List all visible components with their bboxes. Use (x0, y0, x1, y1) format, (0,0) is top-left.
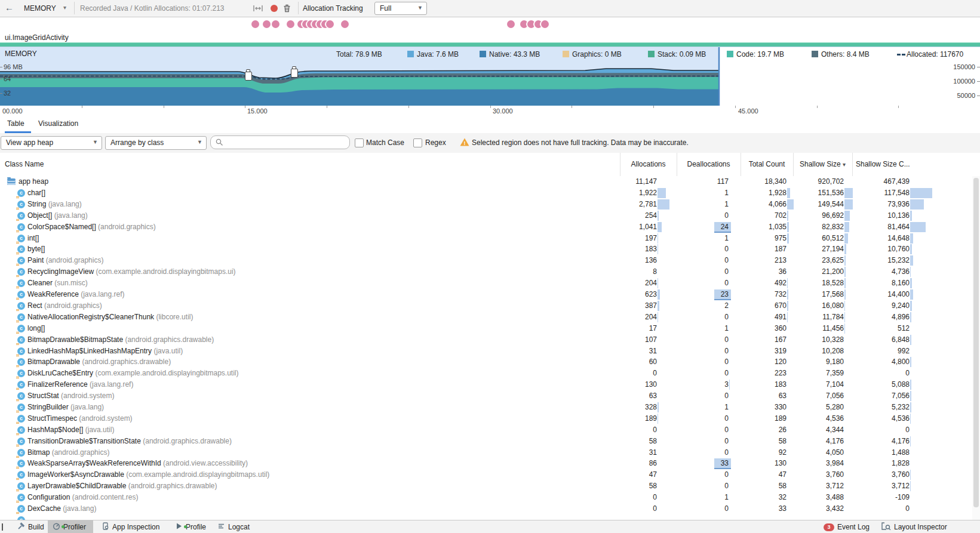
table-row[interactable]: cHashMap$Node[] (java.util)00264,3440 (0, 424, 972, 436)
cell-alloc: 47 (597, 469, 657, 480)
time-axis-tick (653, 106, 654, 108)
class-icon-marks (16, 230, 19, 231)
tool-window-label: Profiler (63, 523, 86, 531)
scrollbar-thumb[interactable] (973, 178, 979, 507)
search-input[interactable] (210, 135, 350, 149)
back-arrow-icon[interactable]: ← (5, 2, 14, 13)
cell-shallow: 920,702 (784, 176, 844, 187)
table-row[interactable]: cNativeAllocationRegistry$CleanerThunk (… (0, 312, 972, 323)
column-total-count[interactable]: Total Count (741, 160, 793, 168)
column-deallocations[interactable]: Deallocations (677, 160, 741, 168)
column-shallow-size[interactable]: Shallow Size ▾ (793, 160, 852, 168)
table-row[interactable]: cTransitionDrawable$TransitionState (and… (0, 436, 972, 447)
table-row[interactable]: cchar[]1,92211,928151,536117,548 (0, 187, 972, 199)
table-row[interactable]: cStructStat (android.system)630637,0567,… (0, 390, 972, 402)
tool-window-button-app-inspection[interactable]: App Inspection (102, 520, 159, 533)
table-row[interactable]: cRecyclingImageView (com.example.android… (0, 266, 972, 278)
table-row[interactable]: cLinkedHashMap$LinkedHashMapEntry (java.… (0, 346, 972, 357)
y-axis-right-label: 50000 (929, 92, 975, 99)
table-row[interactable]: cLayerDrawable$ChildDrawable (android.gr… (0, 480, 972, 492)
table-row[interactable]: cStructTimespec (android.system)18901894… (0, 413, 972, 424)
tool-stripe-tick (2, 523, 3, 531)
class-icon-marks (16, 422, 19, 423)
value-bar (910, 199, 924, 209)
table-row[interactable]: cConfiguration (android.content.res)0132… (0, 492, 972, 503)
regex-checkbox[interactable] (413, 138, 422, 147)
status-button-layout-inspector[interactable]: Layout Inspector (881, 520, 947, 533)
legend-dash-swatch (897, 54, 905, 56)
value-bar (910, 278, 912, 288)
heap-select[interactable]: View app heap ▼ (1, 136, 102, 150)
tool-window-button-profile[interactable]: Profile (175, 520, 206, 533)
search-icon (216, 138, 223, 146)
table-row[interactable]: cCleaner (sun.misc)204049218,5288,160 (0, 278, 972, 289)
table-row[interactable]: cBitmapDrawable$BitmapState (android.gra… (0, 334, 972, 346)
table-row[interactable]: cWeakReference (java.lang.ref)6232373217… (0, 289, 972, 300)
chart-title: MEMORY (5, 50, 37, 58)
table-row[interactable]: clong[]17136011,456512 (0, 323, 972, 334)
table-row[interactable]: cObject[] (java.lang)254070296,69210,136 (0, 210, 972, 221)
table-row[interactable]: cColorSpace$Named[] (android.graphics)1,… (0, 221, 972, 233)
table-row[interactable]: cString (java.lang)2,78114,066149,54473,… (0, 199, 972, 210)
class-name: BitmapDrawable (android.graphics.drawabl… (27, 356, 171, 368)
tool-window-button-logcat[interactable]: Logcat (217, 520, 250, 533)
match-case-label[interactable]: Match Case (366, 138, 404, 147)
value-bar (910, 335, 911, 345)
class-icon: c (17, 347, 25, 355)
allocation-tracking-select[interactable]: Full ▼ (374, 2, 427, 15)
table-row[interactable]: cRect (android.graphics)387267016,0809,2… (0, 300, 972, 312)
class-icon-marks (16, 321, 19, 321)
status-button-event-log[interactable]: 3Event Log (824, 520, 870, 533)
cell-shallow: 60,512 (784, 233, 844, 244)
profiler-type-select[interactable]: MEMORY (24, 4, 56, 13)
table-row[interactable]: cBitmap (android.graphics)310924,0501,48… (0, 447, 972, 458)
cell-total: 63 (727, 390, 787, 402)
cell-shallowc: 512 (850, 323, 910, 334)
arrange-select[interactable]: Arrange by class ▼ (105, 136, 207, 150)
class-name: DiskLruCache$Entry (com.example.android.… (27, 368, 239, 379)
table-row[interactable]: cImageWorker$AsyncDrawable (com.example.… (0, 469, 972, 480)
cell-total: 189 (727, 413, 787, 424)
legend-label: Others: 8.4 MB (821, 50, 870, 58)
trash-icon[interactable] (283, 4, 291, 14)
table-row[interactable]: cBitmapDrawable (android.graphics.drawab… (0, 356, 972, 368)
value-bar (658, 233, 658, 244)
table-row[interactable]: cDexCache (java.lang)00333,4320 (0, 503, 972, 514)
column-class-name[interactable]: Class Name (5, 160, 44, 168)
table-row[interactable]: cStringBuilder (java.lang)32813305,2805,… (0, 402, 972, 413)
column-shallow-size-cum[interactable]: Shallow Size C... (856, 160, 910, 168)
regex-label[interactable]: Regex (425, 138, 446, 147)
cell-total: 187 (727, 244, 787, 255)
heap-icon (7, 178, 16, 185)
record-button[interactable] (271, 5, 278, 12)
tab-visualization[interactable]: Visualization (38, 119, 78, 128)
memory-timeline-chart[interactable]: MEMORY Total: 78.9 MBJava: 7.6 MBNative:… (0, 47, 980, 106)
table-row[interactable]: cint[]197197560,51214,648 (0, 233, 972, 244)
cell-shallowc: 4,896 (850, 312, 910, 323)
class-name: ColorSpace$Named[] (android.graphics) (27, 221, 156, 233)
table-row[interactable]: cFinalizerReference (java.lang.ref)13031… (0, 379, 972, 390)
cell-alloc: 63 (597, 390, 657, 402)
tool-window-label: Logcat (228, 523, 250, 531)
cell-dealloc: 0 (669, 210, 729, 221)
tool-window-button-profiler[interactable]: Profiler (53, 520, 86, 533)
time-axis-tick (817, 106, 818, 108)
table-row[interactable]: cPaint (android.graphics)136021323,62515… (0, 255, 972, 266)
table-row[interactable]: cDiskLruCache$Entry (com.example.android… (0, 368, 972, 379)
legend-label: Stack: 0.09 MB (658, 50, 706, 58)
cell-dealloc: 0 (669, 469, 729, 480)
tool-window-button-build[interactable]: Build (17, 520, 44, 533)
value-bar (910, 481, 911, 491)
column-allocations[interactable]: Allocations (620, 160, 677, 168)
value-bar (658, 211, 659, 221)
class-icon: c (17, 302, 25, 310)
table-row[interactable]: cbyte[]183018727,19410,760 (0, 244, 972, 255)
table-row[interactable]: app heap11,14711718,340920,702467,439 (0, 176, 972, 187)
table-row[interactable]: cWeakSparseArray$WeakReferenceWithId (an… (0, 458, 972, 469)
match-case-checkbox[interactable] (355, 138, 364, 147)
cell-shallow: 16,080 (784, 300, 844, 312)
cell-dealloc: 1 (669, 402, 729, 413)
tab-table[interactable]: Table (7, 119, 24, 128)
legend-swatch (727, 51, 733, 57)
zoom-to-fit-icon[interactable] (253, 5, 263, 14)
